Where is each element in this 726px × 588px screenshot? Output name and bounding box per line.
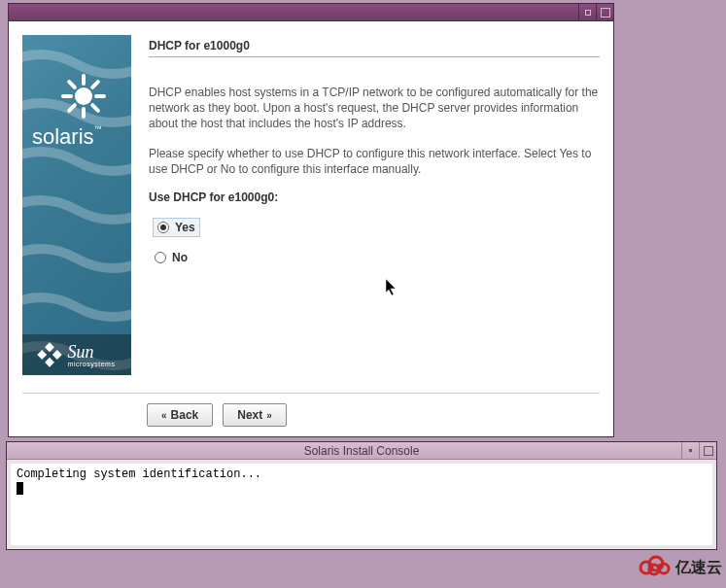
description-para-2: Please specify whether to use DHCP to co… bbox=[149, 146, 600, 177]
installer-body: solaris™ Sun microsystems DHCP for e1000… bbox=[9, 21, 613, 436]
title-divider bbox=[149, 56, 600, 57]
radio-no-label: No bbox=[172, 251, 188, 264]
console-title-text: Solaris Install Console bbox=[304, 444, 420, 458]
console-output: Completing system identification... bbox=[7, 460, 716, 549]
main-content: DHCP for e1000g0 DHCP enables host syste… bbox=[149, 35, 600, 375]
sun-microsystems-logo: Sun microsystems bbox=[22, 334, 131, 375]
console-window: Solaris Install Console Completing syste… bbox=[6, 441, 717, 550]
page-title: DHCP for e1000g0 bbox=[149, 39, 600, 52]
brand-sidebar: solaris™ Sun microsystems bbox=[22, 35, 131, 375]
sun-icon bbox=[63, 76, 104, 117]
back-button-label: Back bbox=[171, 408, 199, 422]
cloud-icon bbox=[637, 552, 672, 584]
description-para-1: DHCP enables host systems in a TCP/IP ne… bbox=[149, 85, 600, 132]
installer-titlebar bbox=[9, 4, 613, 21]
next-button[interactable]: Next » bbox=[223, 403, 287, 427]
solaris-logo-text: solaris™ bbox=[32, 124, 102, 150]
next-button-label: Next bbox=[237, 408, 262, 422]
wizard-footer: « Back Next » bbox=[22, 393, 600, 427]
watermark: 亿速云 bbox=[637, 552, 722, 584]
dhcp-question: Use DHCP for e1000g0: bbox=[149, 190, 600, 204]
svg-point-4 bbox=[658, 564, 662, 568]
minimize-button[interactable] bbox=[578, 4, 596, 20]
back-button[interactable]: « Back bbox=[147, 403, 213, 427]
radio-option-no[interactable]: No bbox=[149, 251, 600, 264]
maximize-button[interactable] bbox=[596, 4, 613, 20]
mouse-cursor-icon bbox=[386, 279, 398, 296]
chevron-right-icon: » bbox=[266, 410, 272, 421]
console-cursor bbox=[17, 482, 23, 495]
console-maximize-button[interactable] bbox=[699, 442, 716, 459]
console-line: Completing system identification... bbox=[17, 467, 707, 481]
chevron-left-icon: « bbox=[161, 410, 167, 421]
radio-yes-label: Yes bbox=[175, 221, 195, 234]
radio-yes-icon bbox=[157, 222, 169, 233]
watermark-text: 亿速云 bbox=[675, 558, 722, 578]
console-minimize-button[interactable] bbox=[681, 442, 699, 459]
radio-no-icon bbox=[155, 252, 166, 263]
console-titlebar: Solaris Install Console bbox=[7, 442, 716, 460]
installer-window: solaris™ Sun microsystems DHCP for e1000… bbox=[8, 3, 614, 437]
radio-option-yes[interactable]: Yes bbox=[153, 218, 200, 237]
